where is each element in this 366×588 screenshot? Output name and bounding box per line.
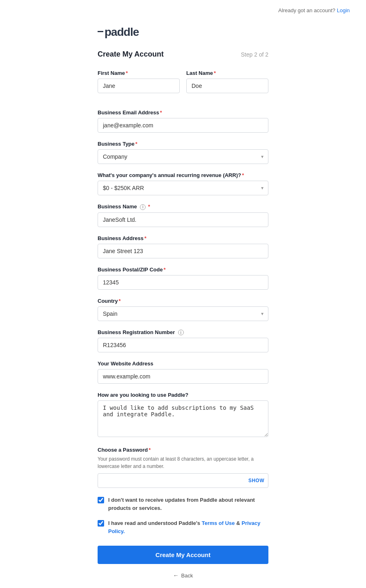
postal-input[interactable]	[98, 275, 268, 290]
password-hint: Your password must contain at least 8 ch…	[98, 455, 268, 470]
business-name-label: Business Name i *	[98, 203, 268, 210]
business-type-select[interactable]: Company Individual Partnership	[98, 149, 268, 164]
reg-number-input[interactable]	[98, 338, 268, 352]
show-password-button[interactable]: SHOW	[248, 478, 264, 483]
reg-number-label: Business Registration Number i	[98, 329, 268, 336]
form-header: Create My Account Step 2 of 2	[98, 50, 268, 59]
paddle-use-group: How are you looking to use Paddle? I wou…	[98, 392, 268, 439]
terms-label: I have read and understood Paddle's Term…	[108, 519, 268, 535]
terms-link[interactable]: Terms of Use	[202, 520, 235, 526]
password-group: Choose a Password* Your password must co…	[98, 447, 268, 488]
arr-label: What's your company's annual recurring r…	[98, 172, 268, 178]
login-link[interactable]: Login	[337, 7, 350, 13]
back-arrow-icon: ←	[173, 572, 179, 579]
business-address-group: Business Address*	[98, 235, 268, 258]
back-label: Back	[181, 573, 193, 579]
email-label: Business Email Address*	[98, 109, 268, 116]
first-name-label: First Name*	[98, 70, 180, 76]
country-select[interactable]: Spain United Kingdom United States Germa…	[98, 306, 268, 321]
last-name-group: Last Name*	[186, 70, 268, 93]
business-type-group: Business Type* Company Individual Partne…	[98, 141, 268, 164]
name-row: First Name* Last Name*	[98, 70, 268, 101]
country-wrapper: Spain United Kingdom United States Germa…	[98, 306, 268, 321]
business-name-info-icon[interactable]: i	[140, 204, 146, 210]
paddle-logo: paddle	[98, 26, 268, 39]
password-label: Choose a Password*	[98, 447, 268, 453]
last-name-input[interactable]	[186, 79, 268, 93]
checkbox-item-2: I have read and understood Paddle's Term…	[98, 519, 268, 538]
terms-checkbox[interactable]	[98, 520, 104, 527]
email-group: Business Email Address*	[98, 109, 268, 133]
business-address-input[interactable]	[98, 244, 268, 258]
reg-number-group: Business Registration Number i	[98, 329, 268, 353]
business-name-group: Business Name i *	[98, 203, 268, 227]
no-updates-checkbox[interactable]	[98, 497, 104, 503]
email-input[interactable]	[98, 118, 268, 133]
back-link[interactable]: ← Back	[98, 572, 268, 579]
arr-group: What's your company's annual recurring r…	[98, 172, 268, 195]
top-bar: Already got an account? Login	[0, 0, 366, 13]
business-address-label: Business Address*	[98, 235, 268, 241]
postal-group: Business Postal/ZIP Code*	[98, 267, 268, 290]
password-input[interactable]	[98, 473, 268, 488]
checkboxes-section: I don't want to receive updates from Pad…	[98, 496, 268, 538]
first-name-group: First Name*	[98, 70, 180, 93]
already-account-text: Already got an account? Login	[278, 7, 350, 13]
business-name-input[interactable]	[98, 212, 268, 227]
create-account-button[interactable]: Create My Account	[98, 546, 268, 564]
logo-dash	[98, 31, 103, 32]
paddle-use-label: How are you looking to use Paddle?	[98, 392, 268, 398]
reg-number-info-icon[interactable]: i	[178, 330, 184, 335]
website-group: Your Website Address	[98, 361, 268, 384]
arr-wrapper: $0 - $250K ARR $250K - $1M ARR $1M - $5M…	[98, 181, 268, 195]
paddle-use-textarea[interactable]: I would like to add subscriptions to my …	[98, 400, 268, 437]
arr-select[interactable]: $0 - $250K ARR $250K - $1M ARR $1M - $5M…	[98, 181, 268, 195]
business-type-label: Business Type*	[98, 141, 268, 147]
postal-label: Business Postal/ZIP Code*	[98, 267, 268, 273]
first-name-input[interactable]	[98, 79, 180, 93]
country-label: Country*	[98, 298, 268, 304]
business-type-wrapper: Company Individual Partnership	[98, 149, 268, 164]
page-title: Create My Account	[98, 50, 163, 59]
no-updates-label: I don't want to receive updates from Pad…	[108, 496, 268, 512]
website-label: Your Website Address	[98, 361, 268, 367]
website-input[interactable]	[98, 369, 268, 384]
checkbox-item-1: I don't want to receive updates from Pad…	[98, 496, 268, 514]
main-container: paddle Create My Account Step 2 of 2 Fir…	[89, 13, 277, 588]
password-wrapper: SHOW	[98, 473, 268, 488]
country-group: Country* Spain United Kingdom United Sta…	[98, 298, 268, 321]
step-indicator: Step 2 of 2	[241, 51, 268, 58]
last-name-label: Last Name*	[186, 70, 268, 76]
